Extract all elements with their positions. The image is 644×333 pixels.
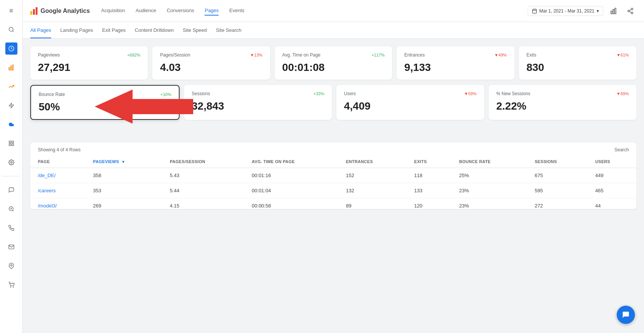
pageviews-change: +682% — [127, 53, 141, 57]
bounce-rate-label: Bounce Rate — [39, 92, 65, 97]
svg-point-27 — [631, 12, 633, 14]
chat-support-button[interactable] — [617, 306, 635, 324]
metric-cards-row1: Pageviews +682% 27,291 Pages/Session ▼13… — [30, 46, 636, 80]
pages-session-label: Pages/Session — [160, 52, 190, 58]
new-sessions-change: ▼69% — [616, 91, 629, 96]
sidebar-icon-phone[interactable] — [5, 222, 17, 234]
nav-item-conversions[interactable]: Conversions — [167, 6, 194, 16]
logo-bar-1 — [30, 11, 32, 15]
sidebar-icon-search[interactable] — [5, 24, 17, 36]
sub-tab-site-search[interactable]: Site Search — [216, 22, 241, 38]
sidebar-icon-settings[interactable] — [5, 156, 17, 168]
pageviews-label: Pageviews — [38, 52, 60, 58]
row1-pageviews: 358 — [86, 168, 163, 183]
avg-time-value: 00:01:08 — [282, 61, 385, 74]
row3-pages-session: 4.15 — [162, 198, 244, 209]
col-header-entrances[interactable]: ENTRANCES — [338, 156, 406, 168]
metric-card-header: Users ▼59% — [344, 91, 477, 96]
svg-rect-5 — [12, 65, 13, 70]
table-showing-text: Showing 4 of 4 Rows — [38, 147, 81, 152]
svg-rect-3 — [9, 68, 10, 70]
logo-icon — [30, 7, 38, 15]
sub-tab-all-pages[interactable]: All Pages — [30, 22, 51, 38]
sub-tab-content-drilldown[interactable]: Content Drilldown — [135, 22, 174, 38]
row3-page[interactable]: /model3/ — [30, 198, 86, 209]
svg-line-28 — [629, 11, 631, 13]
sidebar-icon-location[interactable] — [5, 260, 17, 272]
svg-rect-6 — [9, 141, 11, 143]
sidebar-icon-chat[interactable] — [5, 184, 17, 196]
sidebar-icon-magnify[interactable] — [5, 203, 17, 215]
row1-sessions: 675 — [527, 168, 588, 183]
sessions-change: +33% — [314, 91, 324, 96]
table-row: /de_DE/ 358 5.43 00:01:16 152 118 25% 67… — [30, 168, 636, 183]
col-header-users[interactable]: USERS — [588, 156, 636, 168]
row1-exits: 118 — [406, 168, 452, 183]
sidebar-icon-lightning[interactable] — [5, 99, 17, 112]
sidebar-icon-bar-chart[interactable] — [5, 61, 17, 74]
col-header-pageviews[interactable]: PAGEVIEWS ▼ — [86, 156, 163, 168]
sub-tab-site-speed[interactable]: Site Speed — [183, 22, 207, 38]
row1-pages-session: 5.43 — [162, 168, 244, 183]
col-header-avg-time[interactable]: AVG. TIME ON PAGE — [244, 156, 339, 168]
sub-tab-landing-pages[interactable]: Landing Pages — [60, 22, 93, 38]
row2-entrances: 132 — [338, 183, 406, 198]
sidebar-icon-email[interactable] — [5, 241, 17, 253]
main-content: Google Analytics Acquisition Audience Co… — [23, 0, 644, 333]
svg-point-16 — [10, 287, 11, 287]
bar-chart-button[interactable] — [608, 5, 620, 17]
exits-label: Exits — [527, 52, 536, 58]
sidebar-icon-menu[interactable]: ≡ — [5, 5, 17, 17]
row2-page[interactable]: /careers — [30, 183, 86, 198]
logo-area: Google Analytics — [30, 7, 90, 15]
col-header-page[interactable]: PAGE — [30, 156, 86, 168]
row1-users: 449 — [588, 168, 636, 183]
svg-rect-4 — [11, 66, 12, 70]
sidebar-icon-cart[interactable] — [5, 279, 17, 291]
sidebar-icon-grid[interactable] — [5, 137, 17, 149]
sub-tabs: All Pages Landing Pages Exit Pages Conte… — [23, 22, 644, 39]
table-row: /model3/ 269 4.15 00:00:58 89 120 23% 27… — [30, 198, 636, 209]
content-area: Pageviews +682% 27,291 Pages/Session ▼13… — [23, 39, 644, 333]
nav-item-audience[interactable]: Audience — [136, 6, 156, 16]
row2-exits: 133 — [406, 183, 452, 198]
nav-item-acquisition[interactable]: Acquisition — [101, 6, 125, 16]
col-header-bounce-rate[interactable]: BOUNCE RATE — [452, 156, 527, 168]
sidebar-icon-trending[interactable] — [5, 80, 17, 93]
users-value: 4,409 — [344, 100, 477, 112]
date-range-picker[interactable]: Mar 1, 2021 - Mar 31, 2021 ▾ — [528, 6, 603, 16]
row1-bounce-rate: 25% — [452, 168, 527, 183]
row2-bounce-rate: 23% — [452, 183, 527, 198]
table-header-row: Showing 4 of 4 Rows Search — [30, 143, 636, 156]
svg-rect-7 — [12, 141, 14, 143]
share-button[interactable] — [624, 5, 636, 17]
svg-point-26 — [628, 10, 630, 12]
metric-card-new-sessions: % New Sessions ▼69% 2.22% — [489, 85, 636, 120]
row1-page[interactable]: /de_DE/ — [30, 168, 86, 183]
pages-session-change: ▼13% — [250, 53, 263, 57]
metric-card-header: Avg. Time on Page +117% — [282, 52, 385, 58]
pages-session-value: 4.03 — [160, 61, 262, 74]
new-sessions-label: % New Sessions — [496, 91, 530, 96]
row3-users: 44 — [588, 198, 636, 209]
col-header-sessions[interactable]: SESSIONS — [527, 156, 588, 168]
metric-card-avg-time: Avg. Time on Page +117% 00:01:08 — [275, 46, 392, 80]
row3-bounce-rate: 23% — [452, 198, 527, 209]
metric-card-pageviews: Pageviews +682% 27,291 — [30, 46, 148, 80]
col-header-exits[interactable]: EXITS — [406, 156, 452, 168]
nav-item-pages[interactable]: Pages — [205, 6, 219, 16]
sidebar-icon-cloud[interactable] — [5, 118, 17, 130]
svg-rect-24 — [615, 8, 616, 14]
nav-item-events[interactable]: Events — [229, 6, 244, 16]
metric-card-header: Pages/Session ▼13% — [160, 52, 262, 58]
sessions-label: Sessions — [192, 91, 210, 96]
nav-right: Mar 1, 2021 - Mar 31, 2021 ▾ — [528, 5, 636, 17]
metric-card-header: Pageviews +682% — [38, 52, 140, 58]
col-header-pages-session[interactable]: PAGES/SESSION — [162, 156, 244, 168]
data-table: PAGE PAGEVIEWS ▼ PAGES/SESSION AVG. TIME… — [30, 156, 636, 209]
row2-users: 465 — [588, 183, 636, 198]
sub-tab-exit-pages[interactable]: Exit Pages — [102, 22, 126, 38]
exits-change: ▼61% — [616, 53, 629, 57]
sidebar-icon-clock[interactable] — [5, 42, 17, 55]
logo-bar-3 — [36, 7, 38, 15]
